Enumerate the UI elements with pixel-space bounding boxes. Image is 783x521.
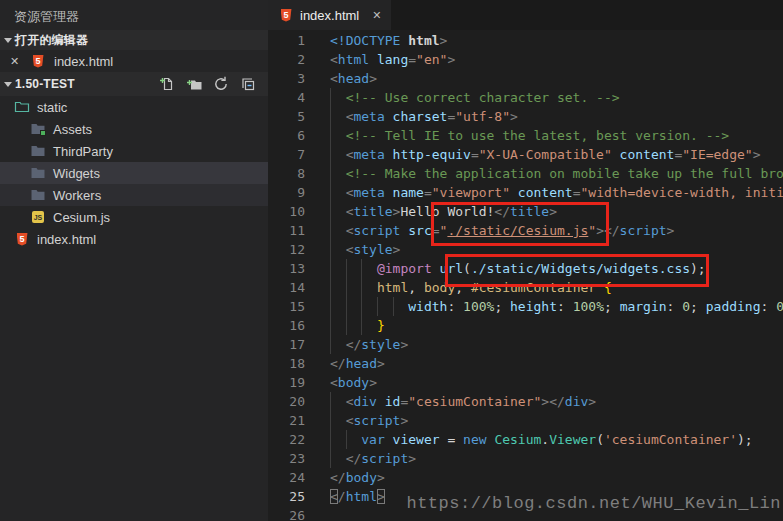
- tab-index-html[interactable]: 5 index.html ✕: [268, 0, 391, 30]
- line-number: 2: [268, 50, 305, 69]
- indent-guides: [330, 278, 377, 297]
- new-file-button[interactable]: [159, 76, 175, 92]
- line-number: 18: [268, 354, 305, 373]
- code-line-10[interactable]: 10<title>Hello World!</title>: [268, 202, 783, 221]
- project-section-header[interactable]: 1.50-TEST: [0, 72, 268, 96]
- code-line-8[interactable]: 8<!-- Make the application on mobile tak…: [268, 164, 783, 183]
- line-number: 22: [268, 430, 305, 449]
- folder-open-icon: [14, 99, 30, 115]
- code-line-18[interactable]: 18</head>: [268, 354, 783, 373]
- explorer-actions: [159, 76, 256, 92]
- indent-guides: [330, 430, 361, 449]
- indent-guides: [330, 449, 346, 468]
- refresh-button[interactable]: [213, 76, 229, 92]
- code-line-22[interactable]: 22var viewer = new Cesium.Viewer('cesium…: [268, 430, 783, 449]
- tree-item-widgets[interactable]: Widgets: [0, 162, 268, 184]
- line-number: 16: [268, 316, 305, 335]
- folder-assets-icon: [30, 121, 46, 137]
- code-line-text: </head>: [330, 354, 385, 373]
- code-line-text: <!-- Make the application on mobile take…: [330, 164, 783, 183]
- code-line-text: }: [330, 316, 385, 335]
- code-line-9[interactable]: 9<meta name="viewport" content="width=de…: [268, 183, 783, 202]
- code-line-text: width: 100%; height: 100%; margin: 0; pa…: [330, 297, 783, 316]
- indent-guides: [330, 240, 346, 259]
- tree-item-label: Assets: [53, 122, 92, 137]
- html-file-icon: 5: [14, 231, 30, 247]
- code-line-7[interactable]: 7<meta http-equiv="X-UA-Compatible" cont…: [268, 145, 783, 164]
- open-editors-header[interactable]: 打开的编辑器: [0, 30, 268, 50]
- code-line-6[interactable]: 6<!-- Tell IE to use the latest, best ve…: [268, 126, 783, 145]
- new-folder-button[interactable]: [186, 76, 202, 92]
- tree-item-workers[interactable]: Workers: [0, 184, 268, 206]
- folder-icon: [30, 143, 46, 159]
- code-line-16[interactable]: 16}: [268, 316, 783, 335]
- code-line-14[interactable]: 14html, body, #cesiumContainer {: [268, 278, 783, 297]
- line-number: 14: [268, 278, 305, 297]
- code-line-text: @import url(./static/Widgets/widgets.css…: [330, 259, 706, 278]
- code-line-5[interactable]: 5<meta charset="utf-8">: [268, 107, 783, 126]
- file-tree: static Assets ThirdParty Widgets Workers…: [0, 96, 268, 250]
- tree-item-thirdparty[interactable]: ThirdParty: [0, 140, 268, 162]
- code-line-24[interactable]: 24</body>: [268, 468, 783, 487]
- code-line-text: <meta charset="utf-8">: [330, 107, 518, 126]
- code-line-text: </html>: [330, 487, 385, 506]
- code-line-21[interactable]: 21<script>: [268, 411, 783, 430]
- line-number: 15: [268, 297, 305, 316]
- code-line-text: <title>Hello World!</title>: [330, 202, 557, 221]
- collapse-all-button[interactable]: [240, 76, 256, 92]
- code-line-text: <html lang="en">: [330, 50, 455, 69]
- code-line-11[interactable]: 11<script src="./static/Cesium.js"></scr…: [268, 221, 783, 240]
- code-line-text: <meta name="viewport" content="width=dev…: [330, 183, 783, 202]
- code-line-text: <!-- Tell IE to use the latest, best ver…: [330, 126, 729, 145]
- code-line-23[interactable]: 23</script>: [268, 449, 783, 468]
- indent-guides: [330, 297, 408, 316]
- tree-item-label: index.html: [37, 232, 96, 247]
- line-number: 3: [268, 69, 305, 88]
- close-icon[interactable]: ✕: [10, 55, 22, 68]
- code-line-text: <!DOCTYPE html>: [330, 31, 447, 50]
- indent-guides: [330, 88, 346, 107]
- indent-guides: [330, 392, 346, 411]
- tab-title: index.html: [300, 8, 359, 23]
- code-line-2[interactable]: 2<html lang="en">: [268, 50, 783, 69]
- indent-guides: [330, 335, 346, 354]
- tab-close-icon[interactable]: ✕: [372, 9, 381, 22]
- tree-item-cesium-js[interactable]: JSCesium.js: [0, 206, 268, 228]
- open-editor-item[interactable]: ✕ 5 index.html: [0, 50, 268, 72]
- tree-item-index-html[interactable]: 5index.html: [0, 228, 268, 250]
- code-line-3[interactable]: 3<head>: [268, 69, 783, 88]
- folder-icon: [30, 187, 46, 203]
- code-line-17[interactable]: 17</style>: [268, 335, 783, 354]
- line-number: 24: [268, 468, 305, 487]
- tree-item-assets[interactable]: Assets: [0, 118, 268, 140]
- code-line-19[interactable]: 19<body>: [268, 373, 783, 392]
- line-number: 8: [268, 164, 305, 183]
- chevron-down-icon: [4, 82, 12, 91]
- line-number: 5: [268, 107, 305, 126]
- code-line-text: <style>: [330, 240, 400, 259]
- code-line-12[interactable]: 12<style>: [268, 240, 783, 259]
- line-number: 9: [268, 183, 305, 202]
- cube-decoration-icon: [40, 130, 46, 136]
- code-line-1[interactable]: 1<!DOCTYPE html>: [268, 31, 783, 50]
- code-line-text: <!-- Use correct character set. -->: [330, 88, 620, 107]
- line-number: 26: [268, 506, 305, 521]
- code-line-text: <body>: [330, 373, 377, 392]
- project-label: 1.50-TEST: [15, 77, 75, 91]
- indent-guides: [330, 183, 346, 202]
- line-number: 17: [268, 335, 305, 354]
- line-number: 23: [268, 449, 305, 468]
- code-line-4[interactable]: 4<!-- Use correct character set. -->: [268, 88, 783, 107]
- code-line-text: </script>: [330, 449, 416, 468]
- code-editor[interactable]: 1<!DOCTYPE html>2<html lang="en">3<head>…: [268, 31, 783, 521]
- tree-item-label: Cesium.js: [53, 210, 110, 225]
- tree-item-static[interactable]: static: [0, 96, 268, 118]
- indent-guides: [330, 107, 346, 126]
- code-line-15[interactable]: 15width: 100%; height: 100%; margin: 0; …: [268, 297, 783, 316]
- code-line-text: </body>: [330, 468, 385, 487]
- code-line-text: <script>: [330, 411, 408, 430]
- code-line-20[interactable]: 20<div id="cesiumContainer"></div>: [268, 392, 783, 411]
- line-number: 13: [268, 259, 305, 278]
- code-line-13[interactable]: 13@import url(./static/Widgets/widgets.c…: [268, 259, 783, 278]
- indent-guides: [330, 259, 377, 278]
